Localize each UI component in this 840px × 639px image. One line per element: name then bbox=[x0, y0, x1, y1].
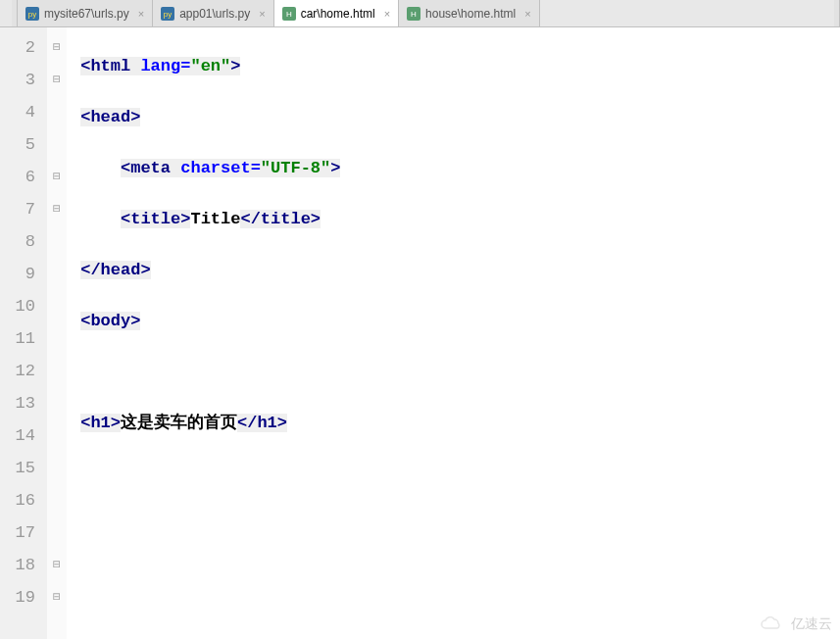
line-number-gutter: 2 3 4 5 6 7 8 9 10 11 12 13 14 15 16 17 … bbox=[0, 27, 47, 639]
code-line[interactable] bbox=[67, 560, 840, 592]
html-file-icon: H bbox=[407, 7, 420, 21]
tab-bar: py mysite67\urls.py × py app01\urls.py ×… bbox=[0, 0, 840, 27]
fold-toggle-icon[interactable]: ⊟ bbox=[47, 549, 67, 581]
line-number: 4 bbox=[0, 96, 47, 128]
svg-text:py: py bbox=[164, 10, 172, 19]
code-line[interactable]: <h1>这是卖车的首页</h1> bbox=[67, 407, 840, 439]
tab-house-home[interactable]: H house\home.html × bbox=[399, 0, 540, 26]
code-line[interactable] bbox=[67, 458, 840, 490]
line-number: 13 bbox=[0, 387, 47, 419]
fold-toggle-icon[interactable]: ⊟ bbox=[47, 64, 67, 96]
close-icon[interactable]: × bbox=[259, 8, 265, 20]
fold-toggle-icon[interactable]: ⊟ bbox=[47, 161, 67, 193]
close-icon[interactable]: × bbox=[138, 8, 144, 20]
line-number: 19 bbox=[0, 581, 47, 614]
code-editor[interactable]: 2 3 4 5 6 7 8 9 10 11 12 13 14 15 16 17 … bbox=[0, 27, 840, 639]
tab-label: house\home.html bbox=[425, 7, 516, 21]
fold-toggle-icon[interactable]: ⊟ bbox=[47, 31, 67, 64]
tab-label: mysite67\urls.py bbox=[44, 7, 129, 21]
tab-app01-urls[interactable]: py app01\urls.py × bbox=[153, 0, 273, 26]
tab-mysite67-urls[interactable]: py mysite67\urls.py × bbox=[18, 0, 153, 26]
tab-label: car\home.html bbox=[301, 7, 375, 21]
code-line[interactable]: <title>Title</title> bbox=[67, 203, 840, 235]
tab-label: app01\urls.py bbox=[179, 7, 250, 21]
code-line[interactable]: <body> bbox=[67, 305, 840, 337]
line-number: 17 bbox=[0, 516, 47, 549]
tab-car-home[interactable]: H car\home.html × bbox=[274, 0, 399, 26]
fold-gutter: ⊟ ⊟ ⊟ ⊟ ⊟ ⊟ bbox=[47, 27, 67, 639]
fold-toggle-icon[interactable]: ⊟ bbox=[47, 581, 67, 614]
code-line[interactable]: <meta charset="UTF-8"> bbox=[67, 152, 840, 184]
fold-toggle-icon[interactable]: ⊟ bbox=[47, 193, 67, 225]
line-number: 12 bbox=[0, 355, 47, 387]
cloud-icon bbox=[760, 616, 787, 632]
tab-next-sliver bbox=[834, 0, 840, 26]
code-line[interactable]: </head> bbox=[67, 254, 840, 286]
code-line[interactable]: <html lang="en"> bbox=[67, 50, 840, 82]
line-number: 15 bbox=[0, 452, 47, 484]
code-line[interactable] bbox=[67, 356, 840, 388]
python-file-icon: py bbox=[25, 7, 39, 21]
svg-text:H: H bbox=[286, 10, 292, 19]
line-number: 14 bbox=[0, 419, 47, 452]
code-line[interactable] bbox=[67, 509, 840, 541]
line-number: 16 bbox=[0, 484, 47, 516]
line-number: 9 bbox=[0, 258, 47, 290]
watermark-text: 亿速云 bbox=[791, 615, 832, 633]
line-number: 7 bbox=[0, 193, 47, 225]
line-number: 8 bbox=[0, 225, 47, 258]
close-icon[interactable]: × bbox=[524, 8, 530, 20]
code-line[interactable] bbox=[67, 611, 840, 639]
code-area[interactable]: <html lang="en"> <head> <meta charset="U… bbox=[67, 27, 840, 639]
line-number: 6 bbox=[0, 161, 47, 193]
code-line[interactable]: <head> bbox=[67, 101, 840, 133]
watermark: 亿速云 bbox=[760, 615, 832, 633]
close-icon[interactable]: × bbox=[384, 8, 390, 20]
line-number: 5 bbox=[0, 128, 47, 161]
svg-text:H: H bbox=[411, 10, 417, 19]
line-number: 3 bbox=[0, 64, 47, 96]
line-number: 18 bbox=[0, 549, 47, 581]
python-file-icon: py bbox=[161, 7, 174, 21]
svg-text:py: py bbox=[28, 10, 36, 19]
line-number: 11 bbox=[0, 322, 47, 355]
line-number: 2 bbox=[0, 31, 47, 64]
html-file-icon: H bbox=[282, 7, 296, 21]
line-number: 10 bbox=[0, 290, 47, 322]
